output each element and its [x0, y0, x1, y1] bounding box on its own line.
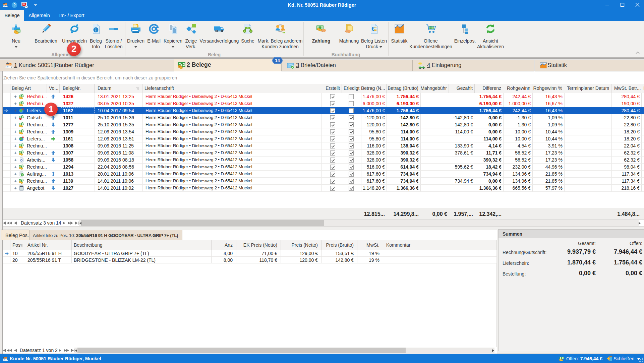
svg-text:€: € [181, 63, 183, 66]
